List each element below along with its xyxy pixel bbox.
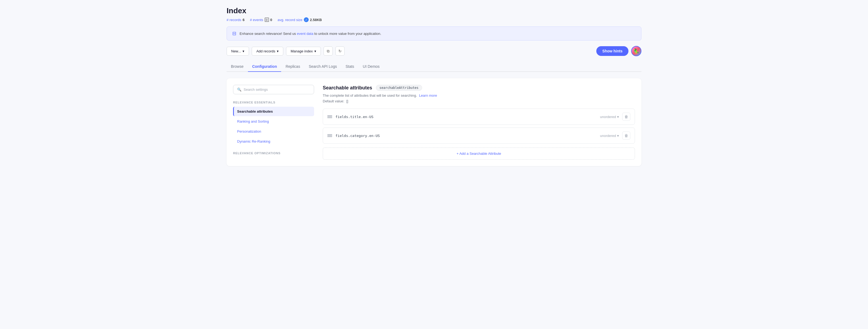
tab-configuration[interactable]: Configuration bbox=[248, 62, 281, 72]
attribute-name-1: fields.title.en-US bbox=[335, 115, 597, 119]
drag-handle-1[interactable] bbox=[327, 115, 332, 118]
manage-index-button[interactable]: Manage index ▾ bbox=[286, 47, 321, 56]
section-title-relevance-optimizations: RELEVANCE OPTIMIZATIONS bbox=[233, 152, 314, 155]
add-searchable-attribute-button[interactable]: + Add a Searchable Attribute bbox=[323, 148, 635, 160]
tab-ui-demos[interactable]: UI Demos bbox=[359, 62, 384, 72]
records-label: # records bbox=[226, 18, 241, 22]
learn-more-link[interactable]: Learn more bbox=[419, 93, 437, 97]
attribute-row-1: fields.title.en-US unordered ▾ 🗑 bbox=[323, 109, 635, 125]
avatar[interactable]: 🦜 bbox=[631, 46, 642, 56]
content-layout: 🔍 RELEVANCE ESSENTIALS Searchable attrib… bbox=[226, 78, 642, 166]
main-panel: Searchable attributes searchableAttribut… bbox=[323, 85, 635, 160]
events-label: # events bbox=[250, 18, 263, 22]
attribute-order-2[interactable]: unordered ▾ bbox=[600, 134, 619, 138]
toolbar-left: New... ▾ Add records ▾ Manage index ▾ ⧉ … bbox=[226, 47, 345, 56]
sidebar-item-dynamic-re-ranking[interactable]: Dynamic Re-Ranking bbox=[233, 137, 314, 146]
stat-records: # records 6 bbox=[226, 18, 244, 22]
page-title: Index bbox=[226, 6, 642, 15]
sidebar-item-personalization[interactable]: Personalization bbox=[233, 127, 314, 136]
events-icon: ☰ bbox=[265, 18, 269, 22]
tab-browse[interactable]: Browse bbox=[226, 62, 248, 72]
new-button[interactable]: New... ▾ bbox=[226, 47, 249, 56]
stat-events: # events ☰ 0 bbox=[250, 18, 272, 22]
events-value: 0 bbox=[270, 18, 272, 22]
attribute-row-2: fields.category.en-US unordered ▾ 🗑 bbox=[323, 127, 635, 144]
tab-replicas[interactable]: Replicas bbox=[281, 62, 304, 72]
setting-header: Searchable attributes searchableAttribut… bbox=[323, 85, 635, 91]
avg-size-value: 2.58KB bbox=[310, 18, 322, 22]
delete-attribute-1-button[interactable]: 🗑 bbox=[622, 113, 630, 121]
chevron-down-icon: ▾ bbox=[243, 49, 244, 53]
section-title-relevance-essentials: RELEVANCE ESSENTIALS bbox=[233, 101, 314, 104]
chevron-down-icon: ▾ bbox=[617, 134, 619, 138]
show-hints-button[interactable]: Show hints bbox=[596, 46, 628, 56]
toolbar: New... ▾ Add records ▾ Manage index ▾ ⧉ … bbox=[226, 46, 642, 56]
add-records-button[interactable]: Add records ▾ bbox=[252, 47, 283, 56]
search-icon: 🔍 bbox=[237, 88, 242, 92]
relevance-essentials-section: RELEVANCE ESSENTIALS Searchable attribut… bbox=[233, 101, 314, 146]
copy-button[interactable]: ⧉ bbox=[323, 47, 333, 56]
chevron-down-icon: ▾ bbox=[617, 115, 619, 119]
chevron-down-icon: ▾ bbox=[277, 49, 279, 53]
attribute-name-2: fields.category.en-US bbox=[335, 134, 597, 138]
setting-title: Searchable attributes bbox=[323, 85, 372, 91]
chevron-down-icon: ▾ bbox=[314, 49, 316, 53]
avg-size-label: avg. record size bbox=[278, 18, 303, 22]
search-settings-container[interactable]: 🔍 bbox=[233, 85, 314, 94]
sidebar-item-ranking-sorting[interactable]: Ranking and Sorting bbox=[233, 117, 314, 126]
banner-icon: ⊟ bbox=[232, 31, 236, 36]
tab-search-api-logs[interactable]: Search API Logs bbox=[304, 62, 341, 72]
search-settings-input[interactable] bbox=[244, 88, 310, 92]
attribute-order-1[interactable]: unordered ▾ bbox=[600, 115, 619, 119]
delete-attribute-2-button[interactable]: 🗑 bbox=[622, 131, 630, 140]
setting-badge: searchableAttributes bbox=[376, 85, 422, 91]
setting-description: The complete list of attributes that wil… bbox=[323, 93, 635, 97]
tab-stats[interactable]: Stats bbox=[341, 62, 359, 72]
setting-default: Default value: [] bbox=[323, 99, 635, 103]
stats-row: # records 6 # events ☰ 0 avg. record siz… bbox=[226, 17, 642, 22]
relevance-optimizations-section: RELEVANCE OPTIMIZATIONS bbox=[233, 152, 314, 155]
drag-handle-2[interactable] bbox=[327, 134, 332, 137]
check-icon: ✓ bbox=[304, 17, 309, 22]
banner-text: Enhance search relevance! Send us event … bbox=[240, 32, 381, 36]
sidebar-item-searchable-attributes[interactable]: Searchable attributes bbox=[233, 107, 314, 116]
stat-avg-size: avg. record size ✓ 2.58KB bbox=[278, 17, 322, 22]
toolbar-right: Show hints 🦜 bbox=[596, 46, 642, 56]
event-data-link[interactable]: event data bbox=[297, 32, 313, 36]
refresh-button[interactable]: ↻ bbox=[335, 47, 345, 56]
records-value: 6 bbox=[243, 18, 244, 22]
sidebar: 🔍 RELEVANCE ESSENTIALS Searchable attrib… bbox=[233, 85, 314, 160]
tabs: Browse Configuration Replicas Search API… bbox=[226, 62, 642, 72]
enhance-banner: ⊟ Enhance search relevance! Send us even… bbox=[226, 27, 642, 40]
